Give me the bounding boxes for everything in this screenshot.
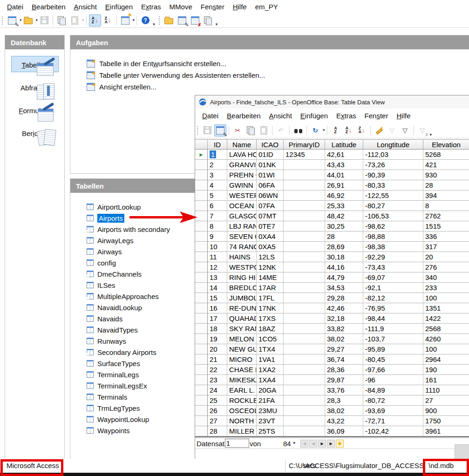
row-header[interactable] [195, 303, 208, 313]
cell[interactable]: -69,07 [363, 272, 423, 283]
cell[interactable]: 12NK [257, 262, 284, 272]
cell[interactable] [284, 406, 325, 416]
cell[interactable]: 28,69 [325, 242, 363, 252]
menu-bearbeiten[interactable]: Bearbeiten [27, 1, 70, 12]
row-header[interactable] [195, 262, 208, 272]
cell[interactable]: 06FA [257, 180, 284, 190]
sidebar-item-tabellen[interactable]: Tabellen [11, 56, 59, 72]
save-button[interactable] [38, 14, 50, 27]
cell[interactable] [284, 324, 325, 334]
cell[interactable]: 30,25 [325, 221, 363, 231]
cell[interactable]: 8 [208, 221, 227, 231]
help-button[interactable]: ? [139, 14, 151, 27]
cell[interactable]: 2964 [423, 354, 469, 365]
cell[interactable]: 0TE7 [257, 221, 284, 231]
cell[interactable]: 18 [208, 324, 227, 334]
toolbar-overflow-button[interactable]: ▾ [430, 132, 432, 137]
menu-einf-gen[interactable]: Einfügen [101, 1, 137, 12]
cell[interactable]: 100 [423, 293, 469, 303]
cell[interactable]: LAVA HOT [227, 150, 257, 160]
cell[interactable]: 930 [423, 170, 469, 180]
cell[interactable]: 23VT [257, 416, 284, 426]
cell[interactable]: 9 [208, 231, 227, 242]
cell[interactable]: 25TS [257, 426, 284, 436]
column-header-name[interactable]: Name [227, 139, 257, 150]
cell[interactable] [284, 354, 325, 365]
row-header[interactable] [195, 180, 208, 190]
cell[interactable]: 7 [208, 211, 227, 221]
row-header[interactable] [195, 313, 208, 324]
edit-data-button[interactable]: ✎ [214, 124, 226, 136]
cell[interactable]: 15 [208, 293, 227, 303]
cell[interactable]: 14 [208, 283, 227, 293]
cell[interactable]: 30,18 [325, 252, 363, 262]
cell[interactable]: RE-DUN [227, 303, 257, 313]
cell[interactable]: RING HILL [227, 272, 257, 283]
menu-mmove[interactable]: MMove [165, 1, 197, 12]
row-header[interactable] [195, 426, 208, 436]
cell[interactable]: 44,01 [325, 170, 363, 180]
edit-object-button[interactable]: ✎ [176, 14, 188, 27]
cell[interactable]: -98,38 [363, 242, 423, 252]
next-record-button[interactable]: ▶ [318, 440, 326, 448]
cell[interactable]: 21FA [257, 395, 284, 406]
cell[interactable]: 38,02 [325, 406, 363, 416]
row-header[interactable] [195, 375, 208, 385]
form-dropdown[interactable]: ▾ [133, 18, 135, 22]
cell[interactable]: 317 [423, 242, 469, 252]
cell[interactable] [284, 395, 325, 406]
cell[interactable]: CHASE INI [227, 365, 257, 375]
cell[interactable] [284, 365, 325, 375]
cell[interactable] [284, 293, 325, 303]
cell[interactable] [284, 426, 325, 436]
cell[interactable]: 23 [208, 375, 227, 385]
cell[interactable]: 17FL [257, 293, 284, 303]
menu-em-py[interactable]: em_PY [251, 1, 282, 12]
refresh-dropdown[interactable]: ▾ [323, 128, 325, 132]
cell[interactable]: 28 [208, 426, 227, 436]
sidebar-item-berichte[interactable]: Berichte [11, 124, 59, 141]
refresh-button[interactable]: ↻ [309, 124, 321, 136]
cell[interactable]: 14ME [257, 272, 284, 283]
cell[interactable]: 17NK [257, 303, 284, 313]
task-item-ansicht-erstellen[interactable]: ✱Ansicht erstellen... [87, 81, 469, 93]
cell[interactable] [284, 231, 325, 242]
cell[interactable]: -82,12 [363, 293, 423, 303]
cell[interactable]: 25 [208, 395, 227, 406]
cell[interactable]: -103,7 [363, 334, 423, 344]
cell[interactable]: 5 [208, 190, 227, 201]
row-header[interactable] [195, 170, 208, 180]
cell[interactable]: 22 [208, 365, 227, 375]
copy-button[interactable] [55, 14, 68, 27]
row-header[interactable] [195, 385, 208, 395]
cell[interactable]: 1XA2 [257, 365, 284, 375]
cell[interactable] [284, 242, 325, 252]
cell[interactable]: 01WI [257, 170, 284, 180]
cell[interactable]: MIKESKA [227, 375, 257, 385]
cell[interactable]: 33,82 [325, 324, 363, 334]
row-header[interactable] [195, 252, 208, 262]
cell[interactable]: -80,33 [363, 180, 423, 190]
cell[interactable]: -93,69 [363, 406, 423, 416]
cell[interactable]: 0XA5 [257, 242, 284, 252]
cell[interactable]: PREHN CR [227, 170, 257, 180]
cell[interactable]: 394 [423, 190, 469, 201]
cell[interactable] [284, 262, 325, 272]
cell[interactable]: MILLER [227, 426, 257, 436]
cell[interactable] [284, 272, 325, 283]
cell[interactable]: WESTPORT [227, 262, 257, 272]
cell[interactable]: 1XA4 [257, 375, 284, 385]
row-header[interactable] [195, 231, 208, 242]
cell[interactable] [284, 211, 325, 221]
row-header[interactable] [195, 334, 208, 344]
column-header-id[interactable]: ID [208, 139, 227, 150]
menu-datei[interactable]: Datei [198, 110, 223, 121]
cell[interactable]: 29,87 [325, 375, 363, 385]
row-header[interactable] [195, 406, 208, 416]
cell[interactable]: -80,72 [363, 395, 423, 406]
sort-ascending-button[interactable]: AZ ↓ [343, 124, 355, 136]
cell[interactable]: 900 [423, 406, 469, 416]
cell[interactable]: 32,18 [325, 313, 363, 324]
cell[interactable]: 12 [208, 262, 227, 272]
new-record-button[interactable]: ✱ [336, 440, 344, 448]
